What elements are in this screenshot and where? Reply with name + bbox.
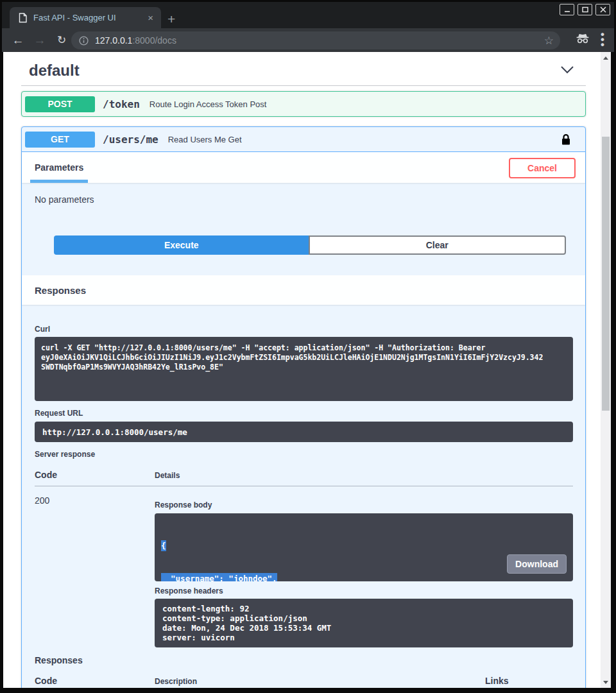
get-summary-text: Read Users Me Get	[168, 135, 242, 144]
incognito-icon	[576, 33, 590, 46]
get-path: /users/me	[103, 133, 158, 146]
opblock-get-users-me: GET /users/me Read Users Me Get Paramete…	[21, 126, 586, 688]
response-body: { "username": "johndoe", "email": "johnd…	[155, 513, 573, 581]
window-controls	[560, 4, 610, 15]
minimize-button[interactable]	[560, 4, 574, 15]
lock-icon[interactable]	[561, 133, 571, 146]
reload-icon[interactable]: ↻	[53, 28, 70, 52]
responses-section-header: Responses	[22, 275, 585, 305]
responses-documentation-label: Responses	[35, 655, 573, 665]
post-path: /token	[103, 98, 140, 110]
bottom-code-header: Code	[35, 676, 155, 686]
responses-title: Responses	[35, 285, 86, 296]
browser-tab[interactable]: Fast API - Swagger UI ×	[10, 7, 161, 28]
scrollbar-up-icon[interactable]	[601, 53, 611, 62]
response-body-label: Response body	[155, 486, 573, 509]
details-column-header: Details	[155, 470, 573, 480]
post-method-badge: POST	[25, 96, 95, 112]
server-response-table-header: Code Details	[35, 470, 573, 480]
clear-button[interactable]: Clear	[309, 235, 567, 255]
section-title: default	[29, 62, 80, 80]
chevron-down-icon[interactable]	[560, 65, 574, 76]
server-response-row: 200 Response body { "username": "johndoe…	[35, 486, 573, 647]
curl-label: Curl	[35, 325, 573, 334]
tab-close-icon[interactable]: ×	[145, 13, 156, 22]
get-users-me-summary[interactable]: GET /users/me Read Users Me Get	[22, 127, 585, 152]
responses-table-header: Code Description Links	[35, 676, 573, 686]
page-content: default POST /token Route Login Access T…	[3, 52, 601, 688]
page-scrollbar[interactable]	[601, 52, 611, 688]
response-headers-label: Response headers	[155, 586, 573, 595]
url-host: 127.0.0.1	[95, 35, 132, 46]
maximize-button[interactable]	[578, 4, 592, 15]
swagger-page: default POST /token Route Login Access T…	[3, 52, 611, 688]
response-body-line: "username": "johndoe",	[161, 573, 277, 581]
request-url-label: Request URL	[35, 409, 573, 418]
section-divider	[21, 85, 586, 86]
active-tab-underline	[30, 180, 88, 183]
menu-dots-icon[interactable]: •••	[599, 32, 606, 47]
response-headers: content-length: 92 content-type: applica…	[155, 599, 573, 647]
bookmark-star-icon[interactable]: ☆	[544, 34, 554, 47]
new-tab-button[interactable]: +	[167, 12, 175, 26]
no-parameters-text: No parameters	[35, 194, 572, 205]
parameters-body: No parameters Execute Clear	[22, 183, 585, 255]
browser-titlebar: Fast API - Swagger UI × +	[2, 2, 614, 28]
bottom-links-header: Links	[485, 676, 509, 686]
execute-button[interactable]: Execute	[54, 235, 309, 255]
curl-command: curl -X GET "http://127.0.0.1:8000/users…	[35, 337, 573, 401]
url-text: 127.0.0.1:8000/docs	[95, 35, 544, 46]
cancel-button[interactable]: Cancel	[509, 158, 576, 178]
address-bar[interactable]: 127.0.0.1:8000/docs ☆	[71, 31, 560, 49]
download-button[interactable]: Download	[507, 554, 567, 574]
close-button[interactable]	[595, 4, 610, 15]
code-column-header: Code	[35, 470, 155, 480]
response-body-line: {	[161, 540, 166, 551]
scrollbar-down-icon[interactable]	[601, 678, 611, 687]
execute-row: Execute Clear	[54, 235, 566, 255]
browser-toolbar: ← → ↻ 127.0.0.1:8000/docs ☆ •••	[2, 28, 614, 52]
server-response-label: Server response	[35, 450, 573, 459]
post-summary-text: Route Login Access Token Post	[150, 99, 267, 109]
response-details: Response body { "username": "johndoe", "…	[155, 486, 573, 647]
forward-icon: →	[31, 28, 48, 52]
responses-body: Curl curl -X GET "http://127.0.0.1:8000/…	[22, 325, 585, 688]
back-icon[interactable]: ←	[10, 28, 26, 52]
page-favicon-icon	[19, 13, 27, 23]
bottom-description-header: Description	[155, 676, 485, 686]
opblock-post-token: POST /token Route Login Access Token Pos…	[21, 91, 586, 117]
info-icon[interactable]	[79, 36, 89, 46]
status-code: 200	[35, 486, 155, 647]
tab-parameters[interactable]: Parameters	[35, 162, 83, 173]
request-url-value: http://127.0.0.1:8000/users/me	[35, 422, 573, 442]
scrollbar-thumb[interactable]	[602, 137, 610, 411]
default-section-header[interactable]: default	[21, 61, 586, 80]
tab-title: Fast API - Swagger UI	[33, 13, 145, 22]
parameters-section-header: Parameters Cancel	[22, 152, 585, 183]
get-method-badge: GET	[25, 132, 95, 148]
post-token-summary[interactable]: POST /token Route Login Access Token Pos…	[22, 92, 585, 116]
url-path: :8000/docs	[132, 35, 176, 46]
